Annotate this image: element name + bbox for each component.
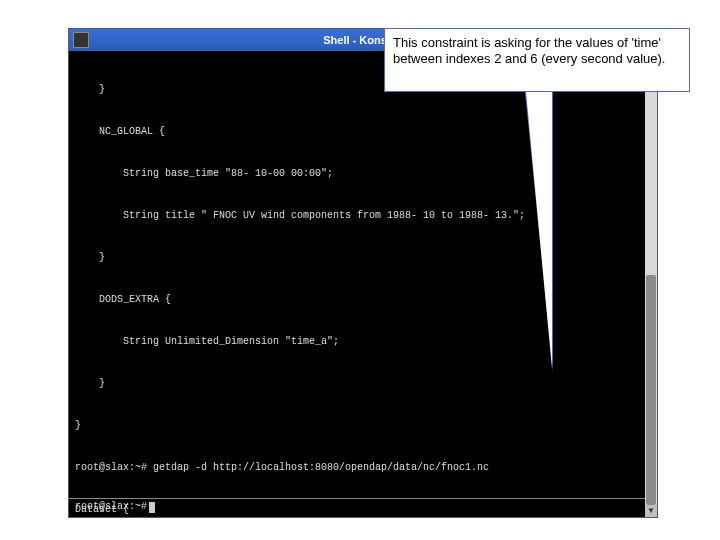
scroll-down-arrow-icon[interactable]: ▼ [645, 505, 657, 517]
vertical-scrollbar[interactable]: ▲ ▼ [645, 51, 657, 517]
cursor-icon [149, 502, 155, 513]
callout-text: This constraint is asking for the values… [393, 35, 665, 66]
terminal-line: String title " FNOC UV wind components f… [75, 209, 651, 223]
terminal-line: } [75, 251, 651, 265]
divider [69, 498, 657, 499]
terminal-line: } [75, 419, 651, 433]
terminal-line: DODS_EXTRA { [75, 293, 651, 307]
terminal-window: Shell - Konsole <2> } NC_GLOBAL { String… [68, 28, 658, 518]
terminal-line: NC_GLOBAL { [75, 125, 651, 139]
terminal-output[interactable]: } NC_GLOBAL { String base_time "88- 10-0… [69, 51, 657, 517]
prompt-text: root@slax:~# [75, 500, 147, 514]
terminal-line: root@slax:~# getdap -d http://localhost:… [75, 461, 651, 475]
app-icon [73, 32, 89, 48]
prompt-row[interactable]: root@slax:~# [75, 500, 651, 514]
annotation-callout: This constraint is asking for the values… [384, 28, 690, 92]
terminal-line: String base_time "88- 10-00 00:00"; [75, 167, 651, 181]
terminal-line: } [75, 377, 651, 391]
terminal-line: String Unlimited_Dimension "time_a"; [75, 335, 651, 349]
scrollbar-thumb[interactable] [646, 275, 656, 505]
